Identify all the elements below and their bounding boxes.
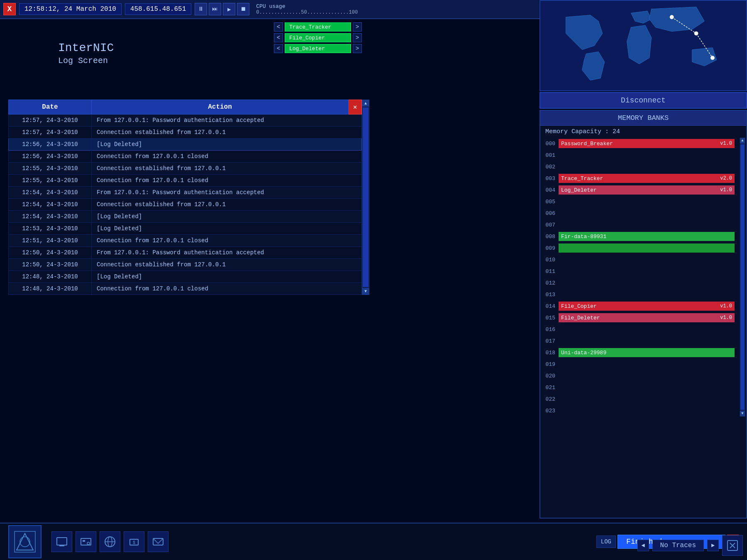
memory-item[interactable]: Trace_Trackerv2.0: [559, 174, 735, 183]
memory-item-name: Uni-data-29989: [561, 350, 732, 356]
nav-icon-1[interactable]: [76, 531, 96, 552]
traces-right-arrow[interactable]: ►: [707, 540, 719, 551]
memory-item[interactable]: Log_Deleterv1.0: [559, 185, 735, 195]
memory-item: [559, 406, 735, 415]
table-row[interactable]: 12:50, 24-3-2010From 127.0.0.1: Password…: [9, 247, 362, 259]
memory-item-name: Log_Deleter: [561, 187, 717, 193]
memory-row: 006: [544, 207, 735, 219]
memory-item[interactable]: Uni-data-29989: [559, 348, 735, 357]
memory-row[interactable]: 004 Log_Deleterv1.0: [544, 184, 735, 196]
log-date-cell: 12:57, 24-3-2010: [9, 114, 92, 127]
scroll-thumb[interactable]: [363, 107, 369, 287]
memory-address: 016: [544, 326, 559, 333]
log-deleter-button[interactable]: Log_Deleter: [285, 44, 351, 53]
memory-item[interactable]: Password_Breakerv1.0: [559, 139, 735, 148]
table-row[interactable]: 12:57, 24-3-2010From 127.0.0.1: Password…: [9, 114, 362, 127]
trace-tracker-right-arrow[interactable]: >: [353, 22, 362, 32]
memory-row: 009: [544, 242, 735, 254]
log-action-cell: Connection from 127.0.0.1 closed: [92, 283, 349, 295]
table-row[interactable]: 12:51, 24-3-2010Connection from 127.0.0.…: [9, 235, 362, 247]
memory-address: 003: [544, 175, 559, 182]
table-row[interactable]: 12:54, 24-3-2010[Log Deleted]: [9, 211, 362, 223]
memory-scroll-thumb[interactable]: [740, 144, 745, 410]
log-action-cell: [Log Deleted]: [92, 271, 349, 283]
memory-banks-title: MEMORY BANKS: [540, 111, 746, 126]
file-copier-left-arrow[interactable]: <: [274, 33, 283, 42]
bottom-right-icon[interactable]: [722, 535, 743, 556]
memory-address: 006: [544, 210, 559, 217]
table-row[interactable]: 12:54, 24-3-2010From 127.0.0.1: Password…: [9, 187, 362, 199]
memory-row[interactable]: 015 File_Deleterv1.0: [544, 312, 735, 324]
table-row[interactable]: 12:54, 24-3-2010Connection established f…: [9, 199, 362, 211]
file-copier-right-arrow[interactable]: >: [353, 33, 362, 42]
memory-item: [559, 278, 735, 287]
log-date-cell: 12:56, 24-3-2010: [9, 151, 92, 163]
table-row[interactable]: 12:48, 24-3-2010[Log Deleted]: [9, 271, 362, 283]
memory-address: 004: [544, 187, 559, 193]
log-date-cell: 12:48, 24-3-2010: [9, 283, 92, 295]
time-display: 12:58:12, 24 March 2010: [19, 3, 122, 15]
memory-row[interactable]: 000 Password_Breakerv1.0: [544, 138, 735, 149]
log-action-cell: [Log Deleted]: [92, 223, 349, 235]
memory-item[interactable]: File_Copierv1.0: [559, 302, 735, 311]
svg-point-13: [87, 542, 90, 545]
close-button[interactable]: X: [3, 3, 16, 15]
memory-row[interactable]: 008 Fir-data-89931: [544, 231, 735, 242]
table-row[interactable]: 12:56, 24-3-2010[Log Deleted]: [9, 139, 362, 151]
memory-item: [559, 371, 735, 380]
play-button[interactable]: ▶: [223, 3, 235, 15]
memory-row: 002: [544, 161, 735, 173]
svg-marker-7: [17, 533, 33, 550]
memory-row: 017: [544, 335, 735, 347]
memory-row[interactable]: 014 File_Copierv1.0: [544, 300, 735, 312]
table-close-header[interactable]: ✕: [349, 100, 362, 114]
log-scrollbar[interactable]: ▲ ▼: [362, 100, 369, 295]
memory-row: 007: [544, 219, 735, 231]
log-empty-cell: [349, 114, 362, 127]
table-row[interactable]: 12:53, 24-3-2010[Log Deleted]: [9, 223, 362, 235]
memory-item[interactable]: File_Deleterv1.0: [559, 313, 735, 322]
nav-icon-4[interactable]: [148, 531, 168, 552]
nav-icon-3[interactable]: $: [124, 531, 144, 552]
file-copier-button[interactable]: File_Copier: [285, 33, 351, 42]
log-empty-cell: [349, 247, 362, 259]
log-action-cell: Connection established from 127.0.0.1: [92, 199, 349, 211]
skip-button[interactable]: ⏭: [209, 3, 221, 15]
nav-icon-0[interactable]: [51, 531, 72, 552]
disconnect-button[interactable]: Disconnect: [540, 92, 747, 109]
memory-scroll-down[interactable]: ▼: [740, 411, 745, 416]
memory-item: [559, 243, 735, 253]
log-status-label: LOG: [596, 536, 616, 548]
log-deleter-left-arrow[interactable]: <: [274, 44, 283, 53]
memory-scroll-up[interactable]: ▲: [740, 138, 745, 144]
log-empty-cell: [349, 283, 362, 295]
pause-button[interactable]: ⏸: [195, 3, 207, 15]
log-empty-cell: [349, 271, 362, 283]
trace-tracker-row: < Trace_Tracker >: [274, 22, 362, 32]
memory-scrollbar[interactable]: ▲ ▼: [740, 138, 745, 416]
table-row[interactable]: 12:50, 24-3-2010Connection established f…: [9, 259, 362, 271]
memory-row[interactable]: 018 Uni-data-29989: [544, 347, 735, 358]
table-row[interactable]: 12:55, 24-3-2010Connection established f…: [9, 163, 362, 175]
log-deleter-right-arrow[interactable]: >: [353, 44, 362, 53]
log-action-cell: Connection established from 127.0.0.1: [92, 163, 349, 175]
table-row[interactable]: 12:56, 24-3-2010Connection from 127.0.0.…: [9, 151, 362, 163]
log-action-cell: Connection established from 127.0.0.1: [92, 259, 349, 271]
memory-row[interactable]: 003 Trace_Trackerv2.0: [544, 173, 735, 184]
traces-left-arrow[interactable]: ◄: [637, 540, 649, 551]
memory-address: 018: [544, 350, 559, 356]
table-row[interactable]: 12:48, 24-3-2010Connection from 127.0.0.…: [9, 283, 362, 295]
svg-rect-10: [59, 545, 64, 546]
log-date-cell: 12:50, 24-3-2010: [9, 247, 92, 259]
trace-tracker-button[interactable]: Trace_Tracker: [285, 22, 351, 32]
nav-icon-2[interactable]: [100, 531, 120, 552]
scroll-down-arrow[interactable]: ▼: [362, 288, 369, 295]
trace-tracker-left-arrow[interactable]: <: [274, 22, 283, 32]
memory-item[interactable]: Fir-data-89931: [559, 232, 735, 241]
svg-rect-6: [15, 531, 35, 552]
memory-item: [559, 151, 735, 160]
table-row[interactable]: 12:55, 24-3-2010Connection from 127.0.0.…: [9, 175, 362, 187]
table-row[interactable]: 12:57, 24-3-2010Connection established f…: [9, 127, 362, 139]
stop-button[interactable]: ⏹: [237, 3, 249, 15]
scroll-up-arrow[interactable]: ▲: [362, 100, 369, 107]
